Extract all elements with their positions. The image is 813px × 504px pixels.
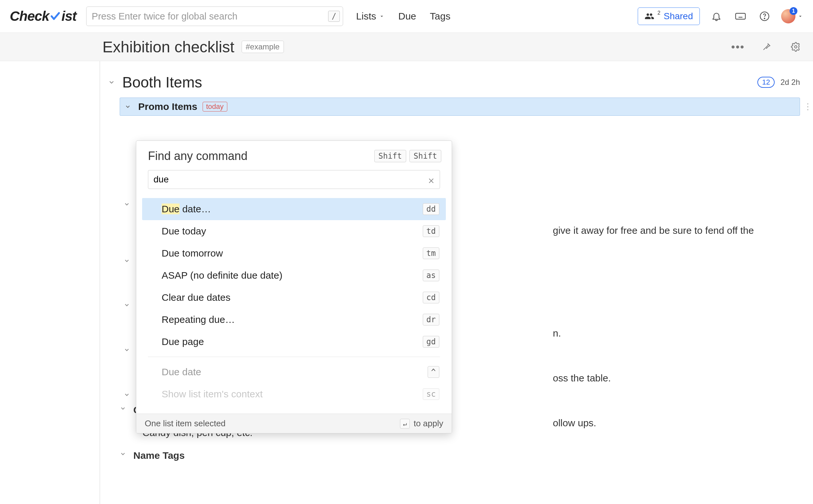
search-shortcut-key: /	[328, 11, 340, 22]
palette-item-label: Repeating due…	[162, 314, 235, 325]
shared-count: 2	[658, 10, 660, 16]
brand-logo[interactable]: Check ist	[10, 8, 76, 24]
palette-input[interactable]	[148, 170, 440, 189]
more-actions-button[interactable]: •••	[731, 41, 745, 53]
pin-button[interactable]	[759, 39, 774, 54]
bell-icon	[711, 11, 722, 21]
nav-tags[interactable]: Tags	[430, 11, 450, 22]
highlight: Due	[162, 204, 180, 214]
help-icon	[759, 11, 770, 21]
outline-item-name-tags[interactable]: Name Tags	[120, 444, 813, 467]
palette-item-shortcut: cd	[423, 292, 439, 303]
palette-title: Find any command	[148, 149, 247, 163]
chevron-down-icon	[124, 302, 130, 308]
collapse-toggle[interactable]	[124, 347, 132, 353]
collapse-toggle[interactable]	[124, 201, 132, 207]
collapse-toggle[interactable]	[125, 103, 133, 110]
palette-item-label: Due date…	[162, 204, 211, 215]
collapse-toggle[interactable]	[120, 405, 128, 412]
shift-key: Shift	[409, 150, 441, 162]
list-tag[interactable]: #example	[242, 41, 284, 53]
palette-item-shortcut: ^	[428, 366, 439, 378]
list-settings-button[interactable]	[788, 39, 803, 54]
palette-item-due-date[interactable]: Due date… dd	[142, 198, 446, 220]
chevron-down-icon	[108, 79, 115, 86]
list-title-bar: Exhibition checklist #example •••	[0, 33, 813, 61]
promo-items-row[interactable]: Promo Items today ⋮	[120, 98, 800, 116]
account-menu[interactable]: 1	[781, 9, 803, 23]
palette-item-shortcut: as	[423, 270, 439, 281]
close-icon	[428, 177, 435, 184]
palette-item-shortcut: td	[423, 225, 439, 237]
svg-rect-0	[736, 13, 745, 19]
collapse-toggle[interactable]	[120, 451, 128, 457]
palette-item-label: Due page	[162, 336, 204, 347]
row-more-button[interactable]: ⋮	[804, 102, 812, 112]
palette-item-due-today[interactable]: Due today td	[142, 220, 446, 242]
nav-due[interactable]: Due	[398, 11, 416, 22]
peek-text: n.	[553, 328, 561, 339]
palette-results: Due date… dd Due today td Due tomorrow t…	[136, 194, 452, 414]
top-bar-right: 2 Shared 1	[638, 7, 803, 25]
palette-item-sort-due-date[interactable]: Due date ^	[142, 361, 446, 383]
chevron-down-icon	[120, 451, 126, 457]
nav-lists-label: Lists	[356, 11, 376, 22]
nav-tags-label: Tags	[430, 11, 450, 22]
shared-label: Shared	[664, 11, 693, 21]
palette-apply-hint: ↵ to apply	[400, 418, 443, 429]
help-button[interactable]	[757, 9, 772, 24]
booth-items-title: Booth Items	[122, 73, 202, 91]
palette-item-due-tomorrow[interactable]: Due tomorrow tm	[142, 242, 446, 264]
due-today-tag[interactable]: today	[203, 102, 227, 112]
svg-point-9	[794, 46, 797, 48]
palette-item-label: Due date	[162, 366, 201, 378]
chevron-down-icon	[125, 103, 131, 110]
chevron-down-icon	[124, 201, 130, 207]
keyboard-shortcuts-button[interactable]	[733, 9, 748, 24]
palette-item-label: Show list item's context	[162, 389, 263, 400]
keyboard-icon	[735, 10, 746, 22]
palette-header: Find any command Shift Shift	[136, 141, 452, 167]
peek-text: give it away for free and be sure to fen…	[553, 225, 754, 236]
search-input[interactable]	[86, 7, 343, 26]
peek-text: oss the table.	[553, 373, 611, 384]
palette-footer: One list item selected ↵ to apply	[136, 414, 452, 433]
palette-item-due-page[interactable]: Due page gd	[142, 331, 446, 353]
collapse-toggle[interactable]	[108, 79, 116, 86]
nav-lists[interactable]: Lists	[356, 11, 385, 22]
palette-item-label: Clear due dates	[162, 292, 231, 303]
palette-item-show-context[interactable]: Show list item's context sc	[142, 383, 446, 405]
chevron-down-icon	[379, 13, 385, 19]
palette-item-clear-due[interactable]: Clear due dates cd	[142, 286, 446, 309]
people-icon	[645, 11, 654, 21]
collapse-toggle[interactable]	[124, 302, 132, 308]
palette-clear-button[interactable]	[428, 177, 435, 184]
top-bar: Check ist / Lists Due Tags 2 Shared	[0, 0, 813, 33]
collapse-toggle[interactable]	[124, 391, 132, 398]
palette-item-label: Due today	[162, 226, 206, 237]
palette-item-shortcut: dd	[423, 203, 439, 215]
palette-item-shortcut: dr	[423, 314, 439, 325]
palette-item-shortcut: sc	[423, 388, 439, 400]
booth-items-row[interactable]: Booth Items 12 2d 2h	[100, 67, 813, 98]
palette-item-shortcut: tm	[423, 247, 439, 259]
notifications-button[interactable]	[709, 9, 724, 24]
svg-line-8	[764, 48, 766, 50]
chevron-down-icon	[120, 405, 126, 412]
list-title: Exhibition checklist	[102, 38, 234, 56]
palette-item-label: Due tomorrow	[162, 248, 223, 259]
avatar-badge: 1	[790, 7, 797, 15]
palette-input-wrap	[136, 167, 452, 194]
top-nav: Lists Due Tags	[356, 11, 450, 22]
palette-fade	[142, 405, 446, 414]
booth-duration: 2d 2h	[780, 78, 800, 87]
enter-key-icon: ↵	[400, 419, 410, 429]
collapse-toggle[interactable]	[124, 258, 132, 264]
avatar: 1	[781, 9, 795, 23]
shared-button[interactable]: 2 Shared	[638, 7, 700, 25]
nav-due-label: Due	[398, 11, 416, 22]
palette-item-repeating-due[interactable]: Repeating due… dr	[142, 309, 446, 331]
palette-item-asap[interactable]: ASAP (no definite due date) as	[142, 264, 446, 286]
chevron-down-icon	[124, 258, 130, 264]
booth-count-badge[interactable]: 12	[757, 77, 774, 88]
